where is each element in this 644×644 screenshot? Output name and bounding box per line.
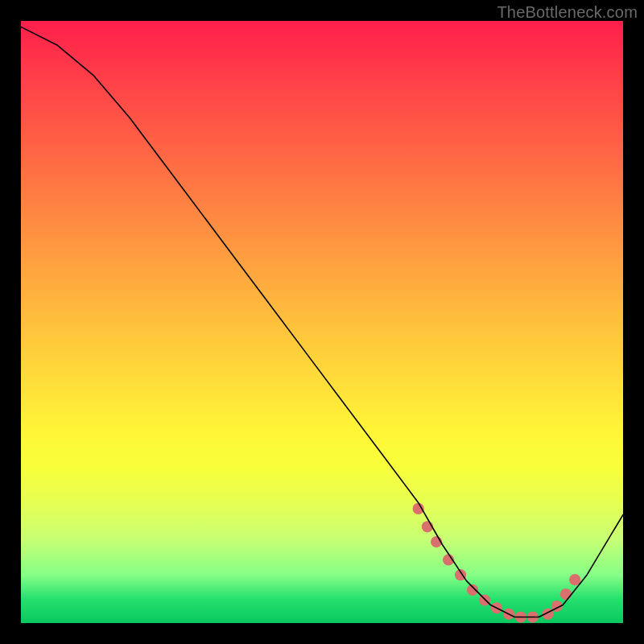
curve-path [21,27,623,617]
chart-stage: TheBottleneck.com [0,0,644,644]
highlight-dot [479,594,490,605]
highlight-dot [467,584,478,596]
highlight-dot [569,574,580,585]
plot-area [21,21,623,623]
chart-svg [21,21,623,623]
highlight-dot [560,588,572,600]
watermark-text: TheBottleneck.com [497,3,638,22]
highlight-dots-group [413,503,581,623]
